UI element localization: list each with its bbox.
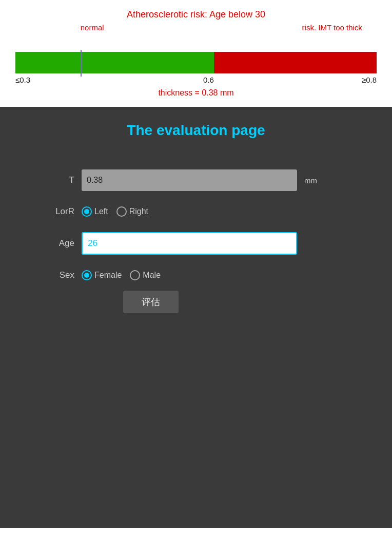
bar-green: [15, 52, 214, 73]
sex-row: Sex Female Male: [46, 270, 161, 280]
page-title: The evaluation page: [0, 122, 392, 139]
scale-right: ≥0.8: [362, 75, 377, 84]
male-radio-label: Male: [143, 271, 161, 280]
age-row: Age: [46, 232, 297, 255]
bar-red: [214, 52, 377, 73]
left-option[interactable]: Left: [82, 206, 108, 217]
label-normal: normal: [81, 23, 104, 32]
bottom-section: The evaluation page T mm LorR Left Right: [0, 107, 392, 528]
risk-title: Atherosclerotic risk: Age below 30: [15, 9, 377, 20]
label-risk: risk. IMT too thick: [302, 23, 362, 32]
t-row: T mm: [46, 169, 317, 191]
bar-marker: [81, 50, 82, 77]
right-option[interactable]: Right: [116, 206, 148, 217]
lor-row: LorR Left Right: [46, 206, 148, 217]
sex-radio-group: Female Male: [82, 270, 161, 280]
sex-label: Sex: [46, 270, 74, 280]
t-input[interactable]: [82, 169, 297, 191]
right-radio-label: Right: [129, 207, 148, 216]
form-area: T mm LorR Left Right Age: [46, 169, 392, 280]
female-option[interactable]: Female: [82, 270, 122, 280]
left-radio-label: Left: [94, 207, 108, 216]
age-input[interactable]: [82, 232, 297, 255]
scale-mid: 0.6: [203, 75, 214, 84]
scale-left: ≤0.3: [15, 75, 30, 84]
female-radio-label: Female: [94, 271, 122, 280]
male-radio-circle: [130, 270, 140, 280]
top-section: Atherosclerotic risk: Age below 30 norma…: [0, 0, 392, 107]
t-unit: mm: [304, 176, 317, 185]
lor-label: LorR: [46, 206, 74, 217]
left-radio-circle: [82, 206, 92, 217]
male-option[interactable]: Male: [130, 270, 161, 280]
lor-radio-group: Left Right: [82, 206, 148, 217]
eval-button[interactable]: 评估: [123, 291, 179, 313]
female-radio-circle: [82, 270, 92, 280]
risk-bar: [15, 52, 377, 73]
right-radio-circle: [116, 206, 127, 217]
age-label: Age: [46, 238, 74, 249]
t-label: T: [46, 175, 74, 185]
scale-row: ≤0.3 0.6 ≥0.8: [15, 75, 377, 84]
thickness-label: thickness = 0.38 mm: [15, 88, 377, 98]
